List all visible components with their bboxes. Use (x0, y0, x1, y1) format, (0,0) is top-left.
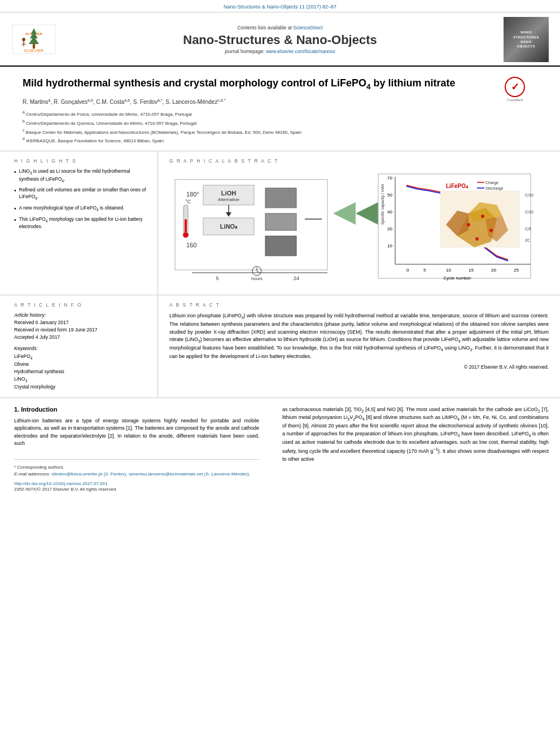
svg-text:LiFePO₄: LiFePO₄ (446, 183, 469, 189)
footer-doi-section: http://dx.doi.org/10.1016/j.nanoso.2017.… (14, 481, 259, 493)
graphical-abstract-column: G R A P H I C A L A B S T R A C T 180° °… (158, 151, 560, 295)
svg-text:20: 20 (387, 226, 392, 231)
highlight-item-2: • Refined unit cell volumes are similar … (14, 187, 149, 202)
svg-text:Specific capacity / mAh: Specific capacity / mAh (380, 184, 385, 225)
svg-marker-36 (333, 202, 356, 225)
crossmark-icon: ✓ (505, 77, 525, 97)
crossmark-label: CrossMark (506, 98, 523, 102)
svg-text:C/5: C/5 (525, 227, 531, 231)
svg-text:25: 25 (514, 268, 519, 273)
svg-text:40: 40 (387, 209, 392, 215)
homepage-url[interactable]: www.elsevier.com/locate/nanoso (266, 49, 335, 54)
received-date: Received 6 January 2017 (14, 320, 149, 326)
svg-text:180°: 180° (186, 191, 199, 198)
highlights-ga-section: H I G H L I G H T S • LiNO3 is used as L… (0, 151, 560, 295)
svg-text:Alternative: Alternative (218, 197, 239, 202)
body-section: 1. Introduction Lithium-ion batteries ar… (0, 398, 560, 504)
journal-volume-label: Nano-Structures & Nano-Objects 11 (2017)… (224, 4, 336, 10)
introduction-text: Lithium-ion batteries are a type of ener… (14, 417, 259, 448)
authors-line: R. Martinsa, R. Gonçalvesa,b, C.M. Costa… (23, 98, 498, 105)
journal-center: Contents lists available at ScienceDirec… (56, 25, 504, 54)
page: Nano-Structures & Nano-Objects 11 (2017)… (0, 0, 560, 747)
svg-text:2C: 2C (525, 238, 530, 242)
affiliation-d: d IKERBASQUE, Basque Foundation for Scie… (23, 136, 498, 145)
svg-text:hours: hours (251, 276, 262, 281)
svg-point-68 (467, 223, 470, 226)
body-right-column: as carbonaceous materials [3], TiO2 [4,5… (271, 398, 560, 493)
corresponding-note: * Corresponding authors. (14, 464, 259, 471)
body-right-text: as carbonaceous materials [3], TiO2 [4,5… (282, 406, 549, 464)
abstract-text: Lithium iron phosphate (LiFePO4) with ol… (169, 312, 549, 371)
highlight-item-3: • A new morphological type of LiFePO4 is… (14, 205, 149, 213)
affiliation-a: a Centro/Departamento de Física, Univers… (23, 110, 498, 118)
accepted-date: Accepted 4 July 2017 (14, 334, 149, 341)
svg-point-70 (489, 229, 493, 232)
article-info-column: A R T I C L E I N F O Article history: R… (0, 295, 158, 397)
svg-text:10: 10 (387, 243, 392, 248)
svg-text:20: 20 (491, 268, 496, 273)
article-info-abstract-section: A R T I C L E I N F O Article history: R… (0, 295, 560, 397)
highlights-label: H I G H L I G H T S (14, 158, 149, 164)
highlight-item-4: • This LiFePO4 morphology can be applied… (14, 216, 149, 231)
issn-note: 2352-507X/© 2017 Elsevier B.V. All right… (14, 486, 259, 493)
svg-text:C/10: C/10 (525, 193, 533, 197)
doi-link[interactable]: http://dx.doi.org/10.1016/j.nanoso.2017.… (14, 481, 259, 486)
svg-marker-37 (356, 202, 378, 225)
keyword-2: Olivine (14, 361, 149, 368)
svg-rect-26 (265, 236, 296, 256)
keyword-1: LiFePO4 (14, 353, 149, 361)
svg-point-71 (475, 237, 479, 241)
svg-rect-5 (33, 44, 35, 49)
affiliation-c: c Basque Center for Materials, Applicati… (23, 128, 498, 136)
svg-rect-25 (265, 213, 296, 230)
keywords-section: Keywords: LiFePO4 Olivine Hydrothermal s… (14, 346, 149, 391)
revised-date: Received in revised form 19 June 2017 (14, 327, 149, 334)
highlight-item-1: • LiNO3 is used as Li source for the mil… (14, 168, 149, 184)
svg-text:5: 5 (216, 276, 218, 281)
crossmark-badge[interactable]: ✓ CrossMark (504, 77, 526, 102)
copyright-text: © 2017 Elsevier B.V. All rights reserved… (169, 364, 549, 371)
svg-text:70: 70 (387, 176, 392, 181)
article-info-label: A R T I C L E I N F O (14, 302, 149, 308)
svg-marker-4 (29, 36, 39, 44)
introduction-title: 1. Introduction (14, 406, 259, 413)
svg-text:LiOH: LiOH (221, 190, 236, 196)
keywords-label: Keywords: (14, 346, 149, 351)
bullet-1: • (14, 168, 16, 176)
sciencedirect-link[interactable]: ScienceDirect (293, 25, 322, 30)
svg-rect-24 (265, 188, 296, 208)
contents-available: Contents lists available at ScienceDirec… (56, 25, 504, 30)
footnotes: * Corresponding authors. E-mail addresse… (14, 459, 259, 478)
svg-text:C/10: C/10 (525, 210, 533, 214)
svg-text:15: 15 (469, 268, 474, 273)
bullet-4: • (14, 216, 16, 224)
journal-top-bar: Nano-Structures & Nano-Objects 11 (2017)… (0, 0, 560, 12)
email-note: E-mail addresses: sferdov@fisica.uminho.… (14, 471, 259, 478)
body-left-column: 1. Introduction Lithium-ion batteries ar… (0, 398, 271, 493)
svg-text:10: 10 (446, 268, 451, 273)
keyword-4: LiNO3 (14, 375, 149, 383)
article-main-title: Mild hydrothermal synthesis and crystal … (23, 77, 498, 91)
bullet-2: • (14, 187, 16, 195)
svg-point-69 (481, 215, 484, 218)
svg-text:24: 24 (294, 276, 299, 281)
highlights-column: H I G H L I G H T S • LiNO3 is used as L… (0, 151, 158, 295)
graphical-abstract-image: 180° °C LiOH Alternative L (169, 168, 549, 288)
journal-header: ELSEVIER ELSEVIER Contents lists availab… (0, 12, 560, 67)
svg-point-6 (22, 38, 25, 41)
svg-text:0: 0 (406, 268, 409, 273)
svg-text:160: 160 (186, 242, 196, 248)
keyword-3: Hydrothermal synthesis (14, 368, 149, 375)
abstract-section-label: A B S T R A C T (169, 302, 549, 308)
journal-title-header: Nano-Structures & Nano-Objects (56, 33, 504, 47)
abstract-column: A B S T R A C T Lithium iron phosphate (… (158, 295, 560, 397)
svg-text:ELSEVIER: ELSEVIER (24, 49, 43, 53)
elsevier-logo: ELSEVIER ELSEVIER (11, 24, 56, 56)
article-history-title: Article history: (14, 312, 149, 318)
article-title-text: Mild hydrothermal synthesis and crystal … (23, 77, 498, 145)
svg-text:5: 5 (423, 268, 426, 273)
svg-text:Discharge: Discharge (485, 186, 504, 191)
homepage-link: journal homepage: www.elsevier.com/locat… (56, 49, 504, 54)
article-title-section: Mild hydrothermal synthesis and crystal … (0, 67, 560, 151)
svg-text:Charge: Charge (485, 181, 498, 185)
